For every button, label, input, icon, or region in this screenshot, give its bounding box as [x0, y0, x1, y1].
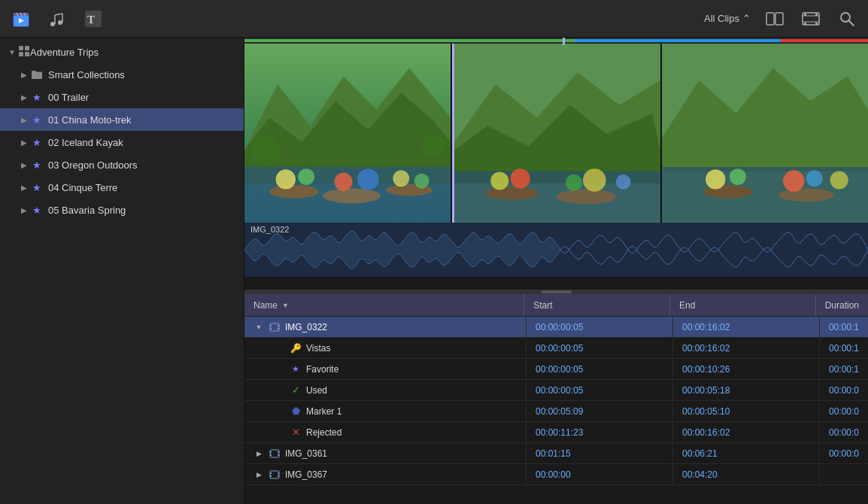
all-clips-button[interactable]: All Clips ⌃	[704, 13, 751, 24]
marker-icon: ⬟	[290, 405, 302, 417]
scrubber-bar[interactable]	[244, 38, 868, 44]
playhead-line	[452, 44, 454, 223]
folder-icon	[30, 68, 44, 81]
toolbar-right: All Clips ⌃	[704, 7, 859, 31]
sidebar-item-smart-collections[interactable]: ▶ Smart Collections	[0, 63, 244, 86]
svg-point-53	[616, 175, 631, 190]
row-name-label: Marker 1	[306, 406, 341, 417]
music-note-icon[interactable]	[45, 7, 69, 31]
search-icon[interactable]	[835, 7, 859, 31]
col-end-label: End	[679, 300, 695, 311]
sidebar-item-04-cinque[interactable]: ▶ ★ 04 Cinque Terre	[0, 176, 244, 199]
root-label: Adventure Trips	[30, 47, 99, 58]
row-dur-cell: 00:00:0	[820, 380, 868, 400]
row-name-cell: ▶ ✕ Rejected	[244, 422, 527, 442]
right-panel: IMG_0322 Name ▼ Start End	[244, 38, 868, 504]
disclosure-tri-right: ▶	[253, 448, 264, 459]
table-row[interactable]: ▶ ★ Favorite 00:00:00:05 00:00:10:26 00:…	[244, 359, 868, 380]
clip-segment-3	[662, 44, 868, 223]
svg-point-61	[783, 170, 804, 191]
col-header-end[interactable]: End	[670, 294, 816, 316]
sort-arrow-icon: ▼	[282, 302, 289, 309]
row-dur-cell: 00:00:1	[820, 338, 868, 358]
svg-point-33	[323, 188, 381, 203]
row-dur-value: 00:00:0	[829, 406, 859, 417]
row-start-value: 00:00:00:05	[536, 343, 583, 354]
star-icon-china: ★	[30, 113, 44, 126]
clip-segment-1	[244, 44, 452, 223]
row-name-cell: ▶ ★ Favorite	[244, 359, 527, 379]
sidebar-root-item[interactable]: ▼ Adventure Trips	[0, 41, 244, 63]
toolbar-icons: T	[9, 7, 105, 31]
row-end-value: 00:04:20	[682, 469, 718, 480]
row-end-value: 00:00:05:18	[682, 385, 730, 396]
svg-rect-70	[270, 450, 279, 457]
sidebar-label-smart-collections: Smart Collections	[48, 69, 125, 80]
table-row[interactable]: ▶ IMG_0367 00	[244, 464, 868, 485]
svg-rect-67	[270, 328, 272, 329]
movie-clapper-icon[interactable]	[9, 7, 33, 31]
svg-rect-19	[804, 23, 806, 25]
col-header-name[interactable]: Name ▼	[244, 294, 524, 316]
filmstrip-icon-0361	[269, 449, 281, 458]
sidebar-item-00-trailer[interactable]: ▶ ★ 00 Trailer	[0, 86, 244, 108]
clip-label: IMG_0322	[250, 225, 289, 234]
scrubber-red	[781, 39, 868, 42]
row-start-cell: 00:00:00	[527, 464, 673, 484]
table-row[interactable]: ▶ ⬟ Marker 1 00:00:05:09 00:00:05:10 00:…	[244, 401, 868, 422]
svg-point-37	[334, 173, 352, 191]
svg-rect-78	[278, 472, 279, 474]
svg-point-48	[557, 190, 616, 205]
sidebar-item-02-iceland[interactable]: ▶ ★ 02 Iceland Kayak	[0, 131, 244, 153]
sidebar-item-03-oregon[interactable]: ▶ ★ 03 Oregon Outdoors	[0, 153, 244, 176]
svg-point-59	[706, 169, 725, 189]
disclosure-trailer: ▶	[18, 91, 30, 103]
svg-rect-65	[270, 323, 279, 331]
disclosure-china: ▶	[18, 114, 30, 126]
row-name-label: Rejected	[306, 427, 341, 438]
filmstrip-view-icon[interactable]	[799, 7, 823, 31]
star-icon-bavaria: ★	[30, 203, 44, 217]
split-view-icon[interactable]	[763, 7, 787, 31]
sidebar-item-05-bavaria[interactable]: ▶ ★ 05 Bavaria Spring	[0, 199, 244, 221]
table-row[interactable]: ▶ ✓ Used 00:00:00:05 00:00:05:18 00:00:0	[244, 380, 868, 401]
row-name-label: Used	[306, 385, 327, 396]
star-icon-iceland: ★	[30, 135, 44, 149]
col-start-label: Start	[533, 300, 552, 311]
svg-rect-75	[270, 471, 279, 478]
table-row[interactable]: ▶ 🔑 Vistas 00:00:00:05 00:00:16:02 00:00…	[244, 338, 868, 359]
svg-rect-69	[278, 328, 279, 329]
row-name-cell: ▶ ⬟ Marker 1	[244, 401, 527, 421]
row-end-value: 00:00:16:02	[682, 322, 730, 332]
row-name-label: IMG_0367	[285, 469, 327, 480]
svg-point-41	[250, 135, 280, 165]
clip-segment-2	[454, 44, 662, 223]
col-header-start[interactable]: Start	[524, 294, 670, 316]
svg-point-32	[269, 185, 319, 199]
row-end-value: 00:00:05:10	[682, 406, 730, 417]
sidebar-item-01-china[interactable]: ▶ ★ 01 China Moto-trek	[0, 108, 244, 131]
svg-point-52	[583, 169, 606, 192]
row-end-value: 00:06:21	[682, 448, 718, 459]
disclosure-cinque: ▶	[18, 181, 30, 193]
table-row[interactable]: ▶ IMG_0361 00	[244, 443, 868, 464]
svg-rect-74	[278, 454, 279, 456]
svg-point-58	[778, 188, 835, 202]
table-row[interactable]: ▶ ✕ Rejected 00:00:11:23 00:00:16:02 00:…	[244, 422, 868, 443]
svg-rect-73	[278, 451, 279, 453]
svg-point-47	[486, 187, 539, 200]
title-text-icon[interactable]: T	[81, 7, 105, 31]
table-row[interactable]: ▼ IMG_0322 00	[244, 317, 868, 338]
row-dur-value: 00:00:0	[829, 448, 859, 459]
col-header-duration[interactable]: Duration	[816, 294, 868, 316]
divider-handle[interactable]	[542, 290, 572, 293]
row-end-cell: 00:06:21	[673, 443, 820, 463]
svg-rect-76	[270, 472, 272, 474]
row-start-value: 00:00:05:09	[536, 406, 583, 417]
svg-rect-26	[19, 52, 23, 56]
filmstrip-icon-0367	[269, 470, 281, 479]
svg-line-23	[849, 21, 854, 26]
sidebar-label-01-china: 01 China Moto-trek	[48, 114, 132, 126]
row-dur-value: 00:00:1	[829, 364, 859, 375]
waveform	[244, 223, 868, 277]
